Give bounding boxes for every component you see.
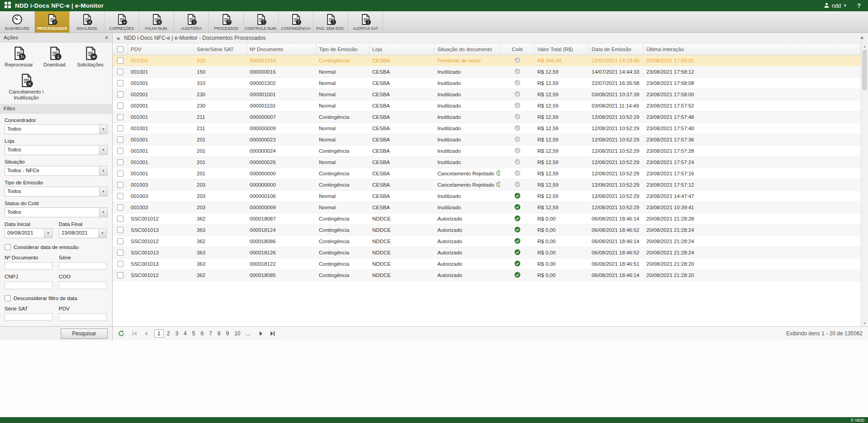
ribbon-item-processados[interactable]: ✓ PROCESSADOS [35,11,70,33]
page-9-button[interactable]: 9 [224,329,232,338]
row-checkbox[interactable] [117,80,123,86]
next-page-button[interactable] [256,330,266,337]
row-checkbox[interactable] [117,216,123,222]
table-row[interactable]: 002001 230 000001103 Normal CESBA Inutil… [113,100,861,112]
page-2-button[interactable]: 2 [165,329,172,338]
row-checkbox[interactable] [117,249,123,256]
status-cold-select[interactable]: Todos▼ [5,207,108,217]
situacao-select[interactable]: Todos - NFCe▼ [5,166,108,176]
scroll-down-icon[interactable]: ▼ [863,320,866,326]
ribbon-item-falha-num[interactable]: × FALHA NUM. [139,11,174,33]
last-page-button[interactable] [268,330,277,337]
data-inicial-picker[interactable]: 09/08/2021▼ [5,228,52,238]
desconsiderar-filtro-data-checkbox[interactable]: Desconsiderar filtro de data [5,295,108,301]
column-header-tipo-de-emissao[interactable]: Tipo de Emissão [316,43,370,55]
data-final-picker[interactable]: 23/08/2021▼ [59,228,107,238]
scrollbar-thumb[interactable] [862,50,867,90]
first-page-button[interactable] [130,330,139,337]
info-icon[interactable]: ? [496,182,500,188]
app-grid-icon[interactable] [5,2,11,10]
table-row[interactable]: 001003 203 000000099 Normal CESBA Inutil… [113,202,861,213]
row-checkbox[interactable] [117,57,123,64]
row-checkbox[interactable] [117,148,123,154]
help-button[interactable]: ? [857,2,861,9]
table-row[interactable]: 001001 201 000000026 Normal CESBA Inutil… [113,157,861,168]
table-row[interactable]: SSC001012 362 000018085 Contingência NDD… [113,270,861,281]
ribbon-item-correcoes[interactable]: + CORREÇÕES [104,11,139,33]
table-row[interactable]: 001003 203 000000000 Contingência CESBA … [113,179,861,191]
page-ellipsis-button[interactable]: ... [244,329,253,338]
page-8-button[interactable]: 8 [215,329,223,338]
table-row[interactable]: SSC001013 363 000018126 Contingência NDD… [113,247,861,258]
prev-page-button[interactable] [142,330,151,337]
ribbon-item-controle-num[interactable]: ! CONTROLE NUM. [244,11,279,33]
pdv-input[interactable] [59,313,107,321]
ribbon-item-auditoria[interactable]: i AUDITORIA [174,11,209,33]
ribbon-item-processos[interactable]: * PROCESSOS [209,11,244,33]
table-row[interactable]: SSC001013 363 000018122 Contingência NDD… [113,258,861,270]
row-checkbox[interactable] [117,272,123,278]
select-all-checkbox[interactable] [117,46,123,52]
row-checkbox[interactable] [117,261,123,267]
cnpj-input[interactable] [5,282,52,289]
row-checkbox[interactable] [117,136,123,143]
action-cancelamento-inutilizacao[interactable]: × Cancelamento \ Inutilização [1,73,52,101]
table-row[interactable]: SSC001012 362 000018086 Contingência NDD… [113,236,861,247]
column-header-cold[interactable]: Cold [500,43,535,55]
row-checkbox[interactable] [117,238,123,244]
column-header-situacao-do-documento[interactable]: Situação do documento [435,43,500,55]
column-header-n-documento[interactable]: Nº Documento [247,43,316,55]
row-checkbox[interactable] [117,193,123,199]
page-5-button[interactable]: 5 [190,329,198,338]
table-row[interactable]: 001001 201 000000023 Normal CESBA Inutil… [113,134,861,146]
considerar-data-emissao-checkbox[interactable]: Considerar data de emissão [5,244,108,250]
action-solicitacoes[interactable]: ≡ Solicitações [72,46,108,68]
row-checkbox[interactable] [117,227,123,233]
page-1-button[interactable]: 1 [154,329,164,338]
page-3-button[interactable]: 3 [173,329,180,338]
action-download[interactable]: ↓ Download [37,46,72,68]
select-all-header[interactable] [113,43,128,55]
table-row[interactable]: SSC001013 363 000018124 Contingência NDD… [113,225,861,236]
tipo-emissao-select[interactable]: Todos▼ [5,187,108,197]
row-checkbox[interactable] [117,170,123,177]
row-checkbox[interactable] [117,91,123,98]
pesquisar-button[interactable]: Pesquisar [61,329,108,339]
page-10-button[interactable]: 10 [232,329,242,338]
row-checkbox[interactable] [117,114,123,120]
coo-input[interactable] [59,282,107,289]
serie-input[interactable] [59,262,107,270]
row-checkbox[interactable] [117,103,123,109]
column-header-ultima-interacao[interactable]: Última interação [644,43,861,55]
ribbon-item-contingencia[interactable]: ! CONTINGÊNCIA [279,11,313,33]
ribbon-item-dashboard[interactable]: DASHBOARD [0,11,35,33]
action-reprocessar[interactable]: ↻ Reprocessar [1,46,37,68]
row-checkbox[interactable] [117,204,123,211]
ribbon-item-pag-sem-doc[interactable]: ! PAG. SEM DOC. [313,11,348,33]
page-6-button[interactable]: 6 [198,329,206,338]
table-row[interactable]: SSC001012 362 000018087 Contingência NDD… [113,213,861,225]
row-checkbox[interactable] [117,182,123,188]
table-row[interactable]: 001001 150 000000016 Normal CESBA Inutil… [113,66,861,78]
column-header-serie-serie-sat[interactable]: Série/Série SAT [194,43,247,55]
table-row[interactable]: 002001 230 000001001 Normal CESBA Inutil… [113,89,861,100]
table-row[interactable]: 001001 211 000000007 Contingência CESBA … [113,112,861,123]
ribbon-item-invalidos[interactable]: × INVÁLIDOS [70,11,104,33]
table-row[interactable]: 001001 201 000000024 Contingência CESBA … [113,146,861,157]
row-checkbox[interactable] [117,159,123,165]
refresh-icon[interactable] [118,330,124,337]
info-icon[interactable]: ? [496,170,500,177]
table-row[interactable]: 001001 310 000001210 Contingência CESBA … [113,55,861,66]
row-checkbox[interactable] [117,125,123,132]
table-row[interactable]: 001001 310 000001302 Normal CESBA Inutil… [113,78,861,89]
serie-sat-input[interactable] [5,313,52,321]
table-row[interactable]: 001003 203 000000106 Normal CESBA Inutil… [113,191,861,202]
numero-documento-input[interactable] [5,262,52,270]
row-checkbox[interactable] [117,69,123,75]
collapse-panel-icon[interactable]: « [117,35,120,42]
ribbon-item-alertas-sat[interactable]: ! ALERTAS SAT [348,11,383,33]
column-header-pdv[interactable]: PDV [128,43,194,55]
concentrador-select[interactable]: Todos▼ [5,124,108,134]
scroll-up-icon[interactable]: ▲ [863,43,866,49]
table-row[interactable]: 001001 201 000000000 Contingência CESBA … [113,168,861,179]
